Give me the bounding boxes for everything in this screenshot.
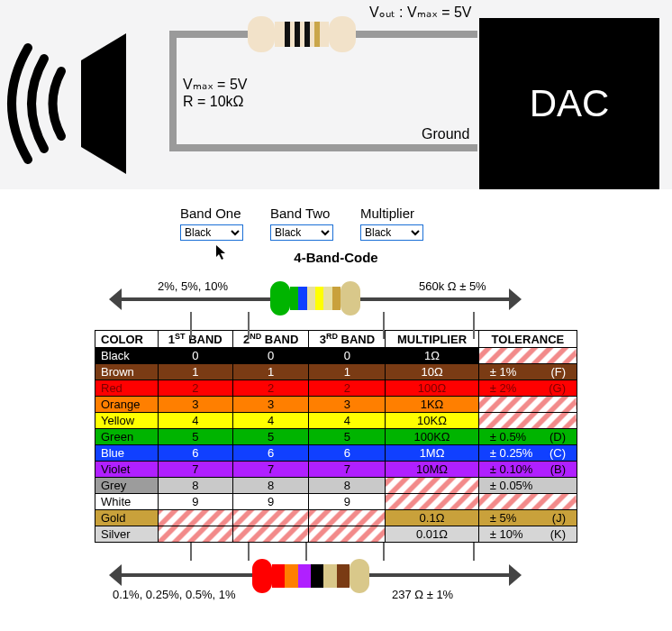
bottom-resistor-diagram: 0.1%, 0.25%, 0.5%, 1% 237 Ω ± 1% xyxy=(95,546,577,600)
table-row: Orange3331KΩ xyxy=(95,397,577,413)
dac-block: DAC xyxy=(479,18,659,189)
vmax-label: Vₘₐₓ = 5V xyxy=(183,76,247,93)
table-row: Yellow44410KΩ xyxy=(95,413,577,429)
band1-select[interactable]: Black xyxy=(180,224,243,241)
table-row: Violet77710MΩ± 0.10%(B) xyxy=(95,462,577,478)
table-row: Black0001Ω xyxy=(95,348,577,364)
band-controls: Band One Black Band Two Black Multiplier… xyxy=(0,189,672,250)
table-row: Gold0.1Ω± 5%(J) xyxy=(95,510,577,526)
speaker-icon xyxy=(5,32,176,176)
color-code-table: COLOR 1ST BAND 2ND BAND 3RD BAND MULTIPL… xyxy=(95,330,577,543)
resistor-top xyxy=(248,16,356,52)
resistor-color-chart: 4-Band-Code 2%, 5%, 10% 560k Ω ± 5% C xyxy=(0,250,672,609)
multiplier-label: Multiplier xyxy=(360,206,423,221)
band2-label: Band Two xyxy=(270,206,333,221)
circuit-diagram: Vₒᵤₜ : Vₘₐₓ = 5V Vₘₐₓ = 5V R = 10kΩ Grou… xyxy=(0,0,672,189)
table-row: Grey888± 0.05% xyxy=(95,478,577,494)
band1-label: Band One xyxy=(180,206,243,221)
band2-select[interactable]: Black xyxy=(270,224,333,241)
table-row: Red222100Ω± 2%(G) xyxy=(95,380,577,397)
svg-rect-0 xyxy=(81,77,106,131)
multiplier-select[interactable]: Black xyxy=(360,224,423,241)
table-row: White999 xyxy=(95,494,577,510)
vout-label: Vₒᵤₜ : Vₘₐₓ = 5V xyxy=(369,4,471,21)
ground-label: Ground xyxy=(422,126,469,142)
chart-title: 4-Band-Code xyxy=(95,250,577,265)
r-label: R = 10kΩ xyxy=(183,94,244,110)
table-row: Green555100KΩ± 0.5%(D) xyxy=(95,429,577,445)
cursor-icon xyxy=(216,245,227,262)
table-row: Silver0.01Ω± 10%(K) xyxy=(95,526,577,543)
table-row: Brown11110Ω± 1%(F) xyxy=(95,364,577,380)
top-resistor-diagram: 2%, 5%, 10% 560k Ω ± 5% xyxy=(95,267,577,330)
table-row: Blue6661MΩ± 0.25%(C) xyxy=(95,445,577,462)
